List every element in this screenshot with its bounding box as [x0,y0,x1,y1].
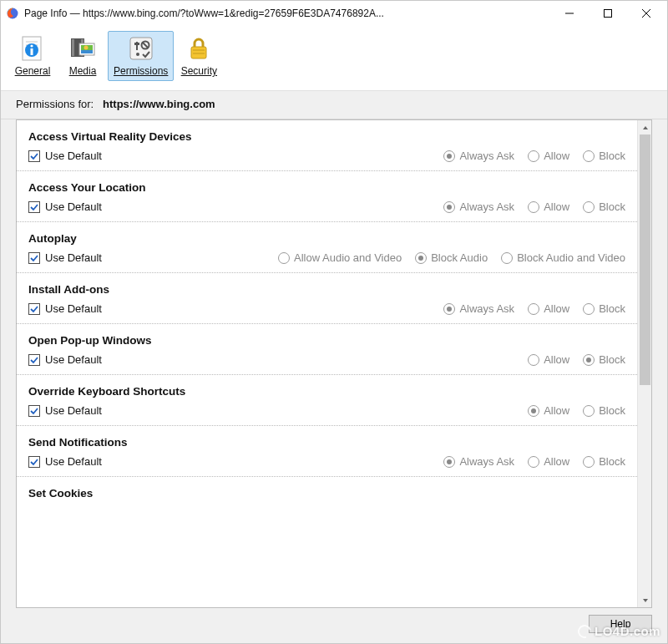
scroll-up-icon[interactable] [638,120,652,134]
media-icon [69,35,96,62]
radio-dot-icon [528,201,539,213]
permissions-panel: Access Virtual Reality DevicesUse Defaul… [16,119,652,608]
svg-rect-10 [31,48,33,55]
tab-media[interactable]: Media [58,31,108,81]
use-default-label: Use Default [45,150,102,162]
window-title: Page Info — https://www.bing.com/?toWww=… [24,8,384,19]
use-default-checkbox[interactable] [28,506,40,510]
radio-label: Always Ask [459,200,514,213]
radio-allowSession[interactable]: Allow for Session [470,506,569,510]
radio-alwaysAsk[interactable]: Always Ask [443,200,514,213]
maximize-button[interactable] [589,1,627,26]
radio-label: Allow [544,455,569,468]
titlebar: Page Info — https://www.bing.com/?toWww=… [1,1,667,26]
radio-allow[interactable]: Allow [528,200,569,213]
radio-dot-icon [583,303,595,315]
minimize-button[interactable] [550,1,589,26]
use-default-label: Use Default [45,251,102,264]
radio-dot-icon [583,354,595,366]
use-default-checkbox[interactable] [28,201,40,213]
use-default-label: Use Default [45,200,102,213]
radio-block[interactable]: Block [583,302,625,315]
tab-permissions[interactable]: Permissions [108,31,174,81]
radio-dot-icon [583,201,595,213]
page-info-window: Page Info — https://www.bing.com/?toWww=… [0,0,668,644]
radio-alwaysAsk[interactable]: Always Ask [443,455,514,468]
radio-block[interactable]: Block [583,353,625,366]
radio-allow[interactable]: Allow [528,302,569,315]
use-default-label: Use Default [45,302,102,315]
radio-dot-icon [415,252,427,264]
svg-point-11 [30,44,33,47]
scrollbar-thumb[interactable] [640,134,650,385]
use-default-checkbox[interactable] [28,252,40,264]
use-default-label: Use Default [45,506,102,510]
radio-allowAV[interactable]: Allow Audio and Video [278,251,402,264]
tab-general-label: General [15,65,51,77]
use-default-label: Use Default [45,353,102,366]
radio-label: Block Audio [431,251,488,264]
radio-dot-icon [443,303,455,315]
vertical-scrollbar[interactable] [637,120,651,607]
svg-point-17 [84,46,89,50]
radio-block[interactable]: Block [583,200,625,213]
radio-block[interactable]: Block [583,455,625,468]
use-default-checkbox[interactable] [28,303,40,315]
radio-label: Block Audio and Video [517,251,625,264]
radio-dot-icon [278,252,290,264]
use-default-checkbox[interactable] [28,354,40,366]
toolbar: General Media Permissions Security [1,26,667,91]
radio-label: Always Ask [459,302,514,315]
tab-security-label: Security [181,65,217,77]
radio-label: Always Ask [459,455,514,468]
radio-label: Block [599,150,625,162]
radio-allow[interactable]: Allow [528,455,569,468]
radio-label: Block [599,353,625,366]
radio-label: Allow [544,404,569,417]
use-default-checkbox[interactable] [28,150,40,162]
radio-blockAV[interactable]: Block Audio and Video [501,251,625,264]
permission-item: Set CookiesUse DefaultAllowAllow for Ses… [17,477,637,511]
radio-allow[interactable]: Allow [528,353,569,366]
general-icon [19,35,46,62]
radio-allow[interactable]: Allow [528,150,569,162]
radio-block[interactable]: Block [583,404,625,417]
permission-title: Send Notifications [28,436,625,449]
radio-dot-icon [415,506,427,510]
close-button[interactable] [627,1,665,26]
radio-label: Allow [544,353,569,366]
radio-alwaysAsk[interactable]: Always Ask [443,150,514,162]
permission-item: Access Virtual Reality DevicesUse Defaul… [17,120,637,171]
use-default-checkbox[interactable] [28,456,40,468]
use-default-checkbox[interactable] [28,405,40,417]
radio-dot-icon [528,303,539,315]
permission-item: Override Keyboard ShortcutsUse DefaultAl… [17,375,637,426]
radio-label: Allow Audio and Video [294,251,402,264]
security-icon [185,35,212,62]
radio-label: Allow [544,302,569,315]
permission-title: Install Add-ons [28,283,625,296]
permissions-for-label: Permissions for: [16,98,94,110]
radio-label: Allow [544,150,569,162]
radio-block[interactable]: Block [583,506,625,510]
radio-alwaysAsk[interactable]: Always Ask [443,302,514,315]
radio-dot-icon [443,201,455,213]
tab-security[interactable]: Security [174,31,224,81]
tab-general[interactable]: General [8,31,58,81]
permission-title: Autoplay [28,232,625,245]
radio-allow[interactable]: Allow [528,404,569,417]
permission-item: Access Your LocationUse DefaultAlways As… [17,171,637,222]
main-area: Access Virtual Reality DevicesUse Defaul… [1,119,667,608]
radio-allow[interactable]: Allow [415,506,457,510]
radio-label: Block [599,302,625,315]
radio-label: Block [599,506,625,510]
permission-title: Override Keyboard Shortcuts [28,385,625,398]
radio-block[interactable]: Block [583,150,625,162]
permissions-icon [128,35,154,62]
radio-blockAudio[interactable]: Block Audio [415,251,488,264]
permission-item: Open Pop-up WindowsUse DefaultAllowBlock [17,324,637,375]
watermark-text: LO4D.com [595,624,660,638]
tab-permissions-label: Permissions [114,65,168,77]
scroll-down-icon[interactable] [638,593,652,607]
permissions-for-header: Permissions for: https://www.bing.com [1,91,667,119]
